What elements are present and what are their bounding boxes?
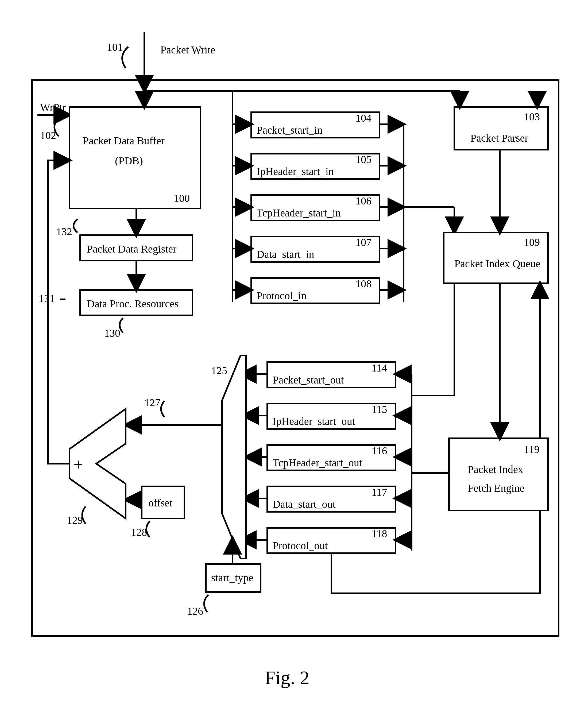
- pdb-line2: (PDB): [115, 155, 143, 167]
- ref-127: 127: [144, 397, 160, 409]
- ref-101: 101: [107, 41, 123, 53]
- reg-data-start-out-label: Data_start_out: [272, 498, 336, 510]
- pife-line2: Fetch Engine: [468, 482, 524, 494]
- reg-tcpheader-start-in-label: TcpHeader_start_in: [256, 207, 341, 219]
- offset-label: offset: [148, 497, 172, 509]
- ref-119: 119: [524, 443, 540, 455]
- ref-116: 116: [372, 445, 387, 457]
- ref-108: 108: [356, 278, 372, 290]
- ref-132: 132: [56, 226, 72, 238]
- ref-129: 129: [67, 514, 83, 526]
- wrptr-label: WrPtr: [40, 101, 66, 113]
- start-type-label: start_type: [211, 572, 253, 584]
- ref-114: 114: [372, 362, 387, 374]
- packet-write-label: Packet Write: [160, 44, 215, 56]
- parser-label: Packet Parser: [470, 132, 528, 144]
- ref-104: 104: [356, 112, 372, 124]
- reg-ipheader-start-out-label: IpHeader_start_out: [272, 415, 355, 427]
- figure-caption: Fig. 2: [264, 667, 310, 688]
- ref-118: 118: [372, 527, 387, 539]
- ref-107: 107: [356, 236, 372, 248]
- ref-102: 102: [40, 129, 56, 142]
- pdb-line1: Packet Data Buffer: [83, 135, 165, 147]
- ref-131: 131: [39, 292, 55, 304]
- ref-115: 115: [372, 403, 387, 415]
- ref-130: 130: [104, 327, 120, 339]
- reg-protocol-out-label: Protocol_out: [272, 539, 328, 551]
- reg-packet-start-out-label: Packet_start_out: [272, 374, 344, 386]
- pife-line1: Packet Index: [468, 463, 523, 475]
- piq-label: Packet Index Queue: [454, 258, 541, 270]
- ref-105: 105: [356, 154, 372, 166]
- plus-sign: +: [73, 455, 83, 474]
- ref-103: 103: [524, 110, 540, 123]
- pdr-label: Packet Data Register: [87, 243, 176, 255]
- reg-data-start-in-label: Data_start_in: [256, 248, 314, 260]
- dpr-label: Data Proc. Resources: [87, 298, 179, 310]
- reg-ipheader-start-in-label: IpHeader_start_in: [256, 166, 334, 178]
- reg-packet-start-in-label: Packet_start_in: [256, 124, 323, 136]
- ref-126: 126: [187, 605, 203, 617]
- ref-128: 128: [131, 526, 147, 538]
- reg-tcpheader-start-out-label: TcpHeader_start_out: [272, 457, 362, 469]
- ref-106: 106: [356, 195, 372, 207]
- ref-117: 117: [372, 486, 387, 498]
- ref-100: 100: [174, 192, 190, 204]
- ref-109: 109: [524, 236, 540, 248]
- ref-125: 125: [211, 365, 227, 377]
- reg-protocol-in-label: Protocol_in: [256, 290, 307, 302]
